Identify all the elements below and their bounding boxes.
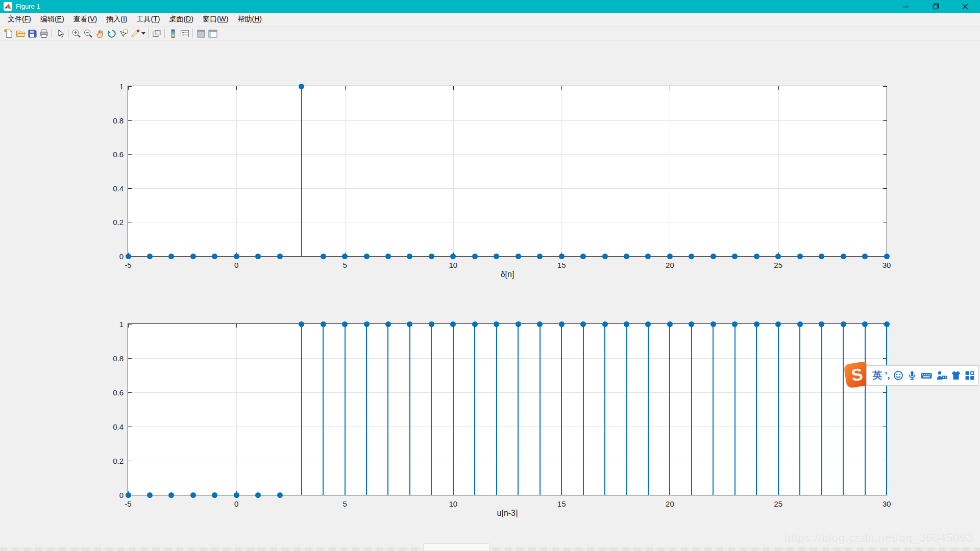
stem-marker <box>255 492 261 498</box>
link-plots-button[interactable] <box>151 28 162 39</box>
gridline-x <box>236 86 237 256</box>
stem-marker <box>819 321 824 327</box>
sogou-assistant-icon[interactable] <box>936 370 948 381</box>
menu-help[interactable]: 帮助(H) <box>233 13 266 26</box>
window-title: Figure 1 <box>16 3 40 10</box>
gridline-x <box>561 86 562 256</box>
minimize-button[interactable] <box>891 0 921 13</box>
stem-marker <box>429 321 434 327</box>
stem-marker <box>775 254 781 259</box>
gridline-y <box>128 222 887 222</box>
pan-button[interactable] <box>94 28 106 39</box>
sogou-lang-toggle[interactable]: 英 <box>872 369 882 382</box>
x-tick-label: 30 <box>883 261 891 269</box>
gridline-y <box>128 392 887 393</box>
close-button[interactable] <box>950 0 980 13</box>
y-tick-label: 0.6 <box>113 388 124 397</box>
save-figure-button[interactable] <box>26 28 38 39</box>
x-tick-label: 0 <box>234 499 238 508</box>
y-tick-right <box>883 120 887 121</box>
show-plot-tools-button[interactable] <box>207 28 218 39</box>
x-tick-label: -5 <box>125 261 131 269</box>
stem <box>821 324 822 495</box>
subplot-delta-axes: δ[n] -505101520253000.20.40.60.81 <box>128 86 887 257</box>
stem-marker <box>559 321 565 327</box>
stem <box>323 324 324 495</box>
sogou-voice-icon[interactable] <box>906 370 918 381</box>
hide-plot-tools-button[interactable] <box>195 28 207 39</box>
data-cursor-button[interactable] <box>117 28 129 39</box>
stem-marker <box>407 321 412 327</box>
stem-marker <box>754 254 760 259</box>
titlebar[interactable]: Figure 1 <box>0 0 980 13</box>
x-tick-label: 10 <box>449 499 458 508</box>
menu-edit[interactable]: 编辑(E) <box>36 13 69 26</box>
stem-marker <box>862 254 868 259</box>
stem-marker <box>277 492 283 498</box>
stem <box>756 324 757 495</box>
menubar: 文件(F)编辑(E)查看(V)插入(I)工具(T)桌面(D)窗口(W)帮助(H) <box>0 13 980 27</box>
toolbar-separator <box>68 29 68 38</box>
gridline-y <box>128 427 887 427</box>
stem-marker <box>321 321 326 327</box>
brush-button[interactable] <box>129 28 141 39</box>
restore-button[interactable] <box>921 0 950 13</box>
stem-marker <box>689 254 694 259</box>
stem-marker <box>190 254 196 259</box>
print-figure-button[interactable] <box>38 28 50 39</box>
y-tick-label: 0.8 <box>113 354 124 363</box>
stem-marker <box>147 254 153 259</box>
stem-marker <box>624 321 629 327</box>
y-tick <box>128 358 132 359</box>
stem-marker <box>277 254 283 259</box>
stem-marker <box>472 321 478 327</box>
y-tick <box>128 86 132 87</box>
stem-marker <box>321 254 326 259</box>
x-tick-top <box>345 86 346 90</box>
insert-legend-button[interactable] <box>179 28 190 39</box>
edit-plot-button[interactable] <box>54 28 66 39</box>
y-tick-right <box>883 154 887 155</box>
sogou-emoji-icon[interactable] <box>893 370 904 381</box>
sogou-toolbar: 英 ’, <box>866 365 978 386</box>
stem-marker <box>494 254 499 259</box>
toolbar-separator <box>192 29 193 38</box>
y-tick <box>128 461 132 461</box>
sogou-punctuation-toggle[interactable]: ’, <box>885 370 890 381</box>
zoom-out-button[interactable] <box>82 28 94 39</box>
x-tick-label: -5 <box>125 499 131 508</box>
menu-insert[interactable]: 插入(I) <box>102 13 132 26</box>
stem-marker <box>516 254 521 259</box>
zoom-in-button[interactable] <box>70 28 82 39</box>
sogou-keyboard-icon[interactable] <box>920 370 933 381</box>
gridline-x <box>236 324 237 495</box>
xlabel-step: u[n-3] <box>497 509 518 518</box>
y-tick-right <box>883 222 887 222</box>
sogou-input-bar: S 英 ’, <box>845 362 979 389</box>
insert-colorbar-button[interactable] <box>167 28 179 39</box>
menu-desktop[interactable]: 桌面(D) <box>164 13 198 26</box>
menu-view[interactable]: 查看(V) <box>69 13 102 26</box>
x-tick-top <box>778 86 779 90</box>
new-figure-button[interactable] <box>3 28 14 39</box>
menu-file[interactable]: 文件(F) <box>3 13 36 26</box>
open-file-button[interactable] <box>14 28 26 39</box>
stem-marker <box>342 321 348 327</box>
menu-window[interactable]: 窗口(W) <box>198 13 233 26</box>
stem <box>561 324 562 495</box>
stem-marker <box>147 492 153 498</box>
taskbar-peek <box>424 544 489 550</box>
y-tick-label: 1 <box>119 320 124 329</box>
stem-marker <box>624 254 629 259</box>
brush-dropdown-icon[interactable] <box>141 28 146 39</box>
y-tick-right <box>883 86 887 87</box>
stem <box>583 324 584 495</box>
stem-marker <box>364 321 370 327</box>
x-tick-label: 25 <box>774 261 782 269</box>
menu-tools[interactable]: 工具(T) <box>132 13 165 26</box>
sogou-toolbox-icon[interactable] <box>964 370 975 381</box>
stem <box>604 324 605 495</box>
stem-marker <box>710 321 716 327</box>
sogou-skin-icon[interactable] <box>950 370 962 381</box>
rotate-3d-button[interactable] <box>106 28 117 39</box>
